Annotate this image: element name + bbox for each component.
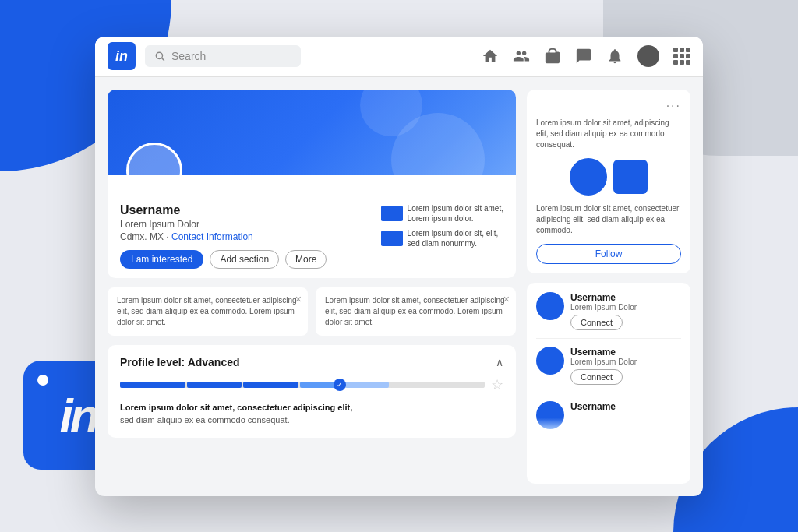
person-divider-1 xyxy=(536,338,681,339)
home-icon[interactable] xyxy=(482,48,499,65)
progress-row: ✓ ☆ xyxy=(120,376,503,393)
level-header: Profile level: Advanced ∧ xyxy=(120,356,503,368)
briefcase-icon[interactable] xyxy=(544,48,561,65)
follow-button[interactable]: Follow xyxy=(536,244,681,264)
search-bar[interactable]: Search xyxy=(145,45,301,67)
person-info-3: Username xyxy=(570,401,681,412)
dots-menu-icon[interactable]: ··· xyxy=(666,99,681,113)
people-card: Username Lorem Ipsum Dolor Connect Usern… xyxy=(527,283,690,484)
profile-info: Username Lorem Ipsum Dolor Cdmx. MX · Co… xyxy=(108,175,516,278)
stat-box-1 xyxy=(381,206,403,221)
progress-seg-3 xyxy=(243,382,298,388)
person-info-2: Username Lorem Ipsum Dolor Connect xyxy=(570,347,681,385)
people-icon[interactable] xyxy=(513,48,530,65)
person-divider-2 xyxy=(536,393,681,393)
stat-text-2: Lorem ipsum dolor sit, elit, sed diam no… xyxy=(408,228,499,248)
notification-text-2: Lorem ipsum dolor sit amet, consectetuer… xyxy=(325,296,505,326)
profile-stat-2: Lorem ipsum dolor sit, elit, sed diam no… xyxy=(381,228,503,248)
bell-icon[interactable] xyxy=(606,48,623,65)
sidebar-ad-card: ··· Lorem ipsum dolor sit amet, adipisci… xyxy=(527,90,690,273)
browser-window: in Search xyxy=(95,37,703,496)
level-desc-bold: Lorem ipsum dolor sit amet, consectetuer… xyxy=(120,403,352,412)
progress-seg-2 xyxy=(187,382,242,388)
stat-text-1: Lorem ipsum dolor sit amet, Lorem ipsum … xyxy=(408,203,503,224)
level-desc-rest: sed diam aliquip ex ea commodo consequat… xyxy=(120,415,290,425)
search-icon xyxy=(154,51,165,62)
profile-avatar-wrapper xyxy=(126,143,182,175)
person-title-2: Lorem Ipsum Dolor xyxy=(570,358,681,366)
nav-user-avatar[interactable] xyxy=(637,45,659,67)
person-avatar-2 xyxy=(536,347,564,375)
profile-banner xyxy=(108,90,516,175)
person-row-1: Username Lorem Ipsum Dolor Connect xyxy=(536,292,681,330)
person-info-1: Username Lorem Ipsum Dolor Connect xyxy=(570,292,681,330)
ad-media-circle xyxy=(570,158,607,196)
ad-top-text: Lorem ipsum dolor sit amet, adipiscing e… xyxy=(536,118,681,150)
profile-title: Lorem Ipsum Dolor xyxy=(120,219,369,230)
nav-icons xyxy=(482,45,690,67)
svg-point-0 xyxy=(156,52,162,58)
person-row-3: Username xyxy=(536,401,681,429)
connect-button-1[interactable]: Connect xyxy=(570,315,623,330)
right-sidebar: ··· Lorem ipsum dolor sit amet, adipisci… xyxy=(527,90,690,484)
person-name-2: Username xyxy=(570,347,681,358)
profile-left: Username Lorem Ipsum Dolor Cdmx. MX · Co… xyxy=(120,203,369,269)
card-more-menu: ··· xyxy=(536,99,681,113)
person-row-2: Username Lorem Ipsum Dolor Connect xyxy=(536,347,681,385)
progress-seg-empty xyxy=(390,382,485,388)
profile-stats: Lorem ipsum dolor sit amet, Lorem ipsum … xyxy=(381,203,503,269)
chat-icon[interactable] xyxy=(575,48,592,65)
add-section-button[interactable]: Add section xyxy=(210,250,279,269)
profile-actions: I am interested Add section More xyxy=(120,250,369,269)
grid-dots xyxy=(673,48,690,65)
logo-text-large: in xyxy=(59,388,96,443)
stat-box-2 xyxy=(381,231,403,246)
star-icon[interactable]: ☆ xyxy=(491,376,503,393)
person-name-1: Username xyxy=(570,292,681,303)
person-name-3: Username xyxy=(570,401,681,412)
progress-bar: ✓ xyxy=(120,382,485,388)
more-button[interactable]: More xyxy=(285,250,327,269)
person-avatar-3 xyxy=(536,401,564,429)
contact-link[interactable]: Contact Information xyxy=(171,231,253,242)
logo-dot xyxy=(37,375,48,386)
grid-menu-icon[interactable] xyxy=(673,48,690,65)
progress-seg-5 xyxy=(345,382,389,388)
notification-row: × Lorem ipsum dolor sit amet, consectetu… xyxy=(108,287,516,336)
nav-linkedin-logo[interactable]: in xyxy=(108,42,136,70)
svg-line-1 xyxy=(162,58,164,61)
ad-media-row xyxy=(536,158,681,196)
profile-location: Cdmx. MX · Contact Information xyxy=(120,231,369,242)
interested-button[interactable]: I am interested xyxy=(120,250,203,269)
profile-level-card: Profile level: Advanced ∧ ✓ ☆ xyxy=(108,345,516,438)
main-content: Username Lorem Ipsum Dolor Cdmx. MX · Co… xyxy=(95,77,703,496)
notification-card-2: × Lorem ipsum dolor sit amet, consectetu… xyxy=(316,287,516,336)
level-title: Profile level: Advanced xyxy=(120,356,240,368)
location-text: Cdmx. MX xyxy=(120,231,164,242)
ad-body-text: Lorem ipsum dolor sit amet, consectetuer… xyxy=(536,203,681,236)
person-avatar-1 xyxy=(536,292,564,320)
notification-close-2[interactable]: × xyxy=(503,292,510,308)
notification-close-1[interactable]: × xyxy=(295,292,302,308)
chevron-up-icon[interactable]: ∧ xyxy=(496,356,503,368)
progress-seg-1 xyxy=(120,382,185,388)
level-description: Lorem ipsum dolor sit amet, consectetuer… xyxy=(120,401,503,427)
notification-card-1: × Lorem ipsum dolor sit amet, consectetu… xyxy=(108,287,308,336)
profile-section: Username Lorem Ipsum Dolor Cdmx. MX · Co… xyxy=(108,90,516,484)
profile-stat-1: Lorem ipsum dolor sit amet, Lorem ipsum … xyxy=(381,203,503,224)
ad-media-square xyxy=(613,160,648,194)
progress-check-icon: ✓ xyxy=(334,379,346,391)
profile-name: Username xyxy=(120,203,369,217)
nav-bar: in Search xyxy=(95,37,703,77)
search-placeholder: Search xyxy=(171,50,206,62)
notification-text-1: Lorem ipsum dolor sit amet, consectetuer… xyxy=(117,296,297,326)
profile-card: Username Lorem Ipsum Dolor Cdmx. MX · Co… xyxy=(108,90,516,278)
person-title-1: Lorem Ipsum Dolor xyxy=(570,303,681,312)
connect-button-2[interactable]: Connect xyxy=(570,369,623,385)
profile-avatar xyxy=(126,143,182,175)
nav-logo-text: in xyxy=(115,48,128,65)
